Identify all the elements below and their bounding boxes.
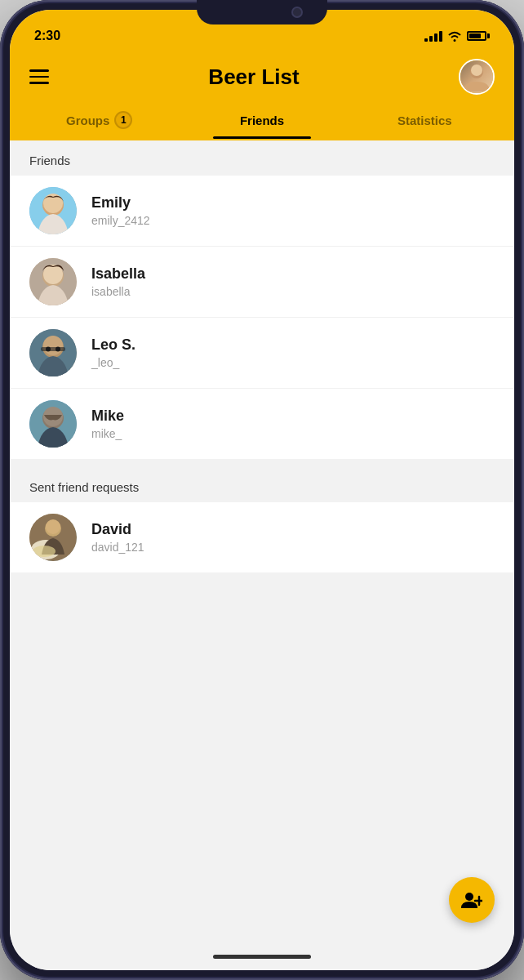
friend-name-david: David <box>91 521 495 538</box>
friend-username-leo: _leo_ <box>91 356 495 369</box>
svg-rect-14 <box>41 347 65 351</box>
friend-name-mike: Mike <box>91 408 495 425</box>
notch <box>197 0 327 24</box>
svg-point-26 <box>33 546 56 557</box>
tab-groups[interactable]: Groups 1 <box>18 103 180 140</box>
friend-item-isabella[interactable]: Isabella isabella <box>10 247 514 318</box>
home-bar <box>213 955 311 959</box>
battery-icon <box>467 31 490 41</box>
svg-point-15 <box>46 347 51 352</box>
status-icons <box>424 30 490 42</box>
tab-friends[interactable]: Friends <box>180 105 343 139</box>
friend-info-mike: Mike mike_ <box>91 408 495 440</box>
screen: 2:30 <box>10 10 514 970</box>
svg-point-25 <box>46 519 60 534</box>
svg-point-13 <box>43 336 63 355</box>
friend-username-david: david_121 <box>91 541 495 554</box>
friends-section-header: Friends <box>10 140 514 176</box>
tabs-bar: Groups 1 Friends Statistics <box>10 103 514 140</box>
app-title: Beer List <box>208 65 299 90</box>
status-time: 2:30 <box>34 29 60 43</box>
svg-point-9 <box>43 265 63 284</box>
friend-item-leo[interactable]: Leo S. _leo_ <box>10 318 514 389</box>
svg-point-5 <box>43 194 63 213</box>
avatar-david <box>29 514 77 561</box>
tab-groups-label: Groups <box>66 114 109 127</box>
content-area: Friends <box>10 140 514 942</box>
friend-name-leo: Leo S. <box>91 336 495 354</box>
svg-point-27 <box>465 893 473 901</box>
sent-requests-list: David david_121 <box>10 502 514 572</box>
friends-list: Emily emily_2412 <box>10 176 514 459</box>
sent-requests-section: Sent friend requests <box>10 467 514 572</box>
svg-point-1 <box>471 65 482 76</box>
avatar-emily <box>29 187 77 234</box>
hamburger-menu-button[interactable] <box>29 69 49 84</box>
tab-statistics-label: Statistics <box>397 114 452 127</box>
friend-info-emily: Emily emily_2412 <box>91 194 495 227</box>
friend-name-emily: Emily <box>91 194 495 212</box>
friend-item-david[interactable]: David david_121 <box>10 502 514 572</box>
add-friend-fab[interactable] <box>449 877 495 923</box>
avatar-isabella <box>29 258 77 305</box>
home-indicator <box>10 942 514 970</box>
friend-username-emily: emily_2412 <box>91 214 495 227</box>
friend-username-mike: mike_ <box>91 427 495 440</box>
tab-friends-label: Friends <box>240 114 284 127</box>
user-avatar[interactable] <box>459 59 495 95</box>
tab-statistics[interactable]: Statistics <box>344 105 506 139</box>
svg-point-16 <box>56 347 60 352</box>
friend-item-mike[interactable]: Mike mike_ <box>10 389 514 459</box>
app-header: Beer List <box>10 51 514 103</box>
sent-requests-header: Sent friend requests <box>10 467 514 502</box>
friend-username-isabella: isabella <box>91 285 495 298</box>
wifi-icon <box>447 30 462 42</box>
phone-frame: 2:30 <box>0 0 524 980</box>
avatar-leo <box>29 329 77 376</box>
friend-info-leo: Leo S. _leo_ <box>91 336 495 369</box>
friend-info-isabella: Isabella isabella <box>91 265 495 298</box>
avatar-mike <box>29 400 77 448</box>
avatar-image <box>460 60 493 93</box>
add-person-icon <box>461 890 482 910</box>
front-camera <box>291 7 303 18</box>
tab-groups-badge: 1 <box>114 111 132 129</box>
signal-icon <box>424 31 442 42</box>
friend-item-emily[interactable]: Emily emily_2412 <box>10 176 514 247</box>
friend-name-isabella: Isabella <box>91 265 495 283</box>
friend-info-david: David david_121 <box>91 521 495 554</box>
